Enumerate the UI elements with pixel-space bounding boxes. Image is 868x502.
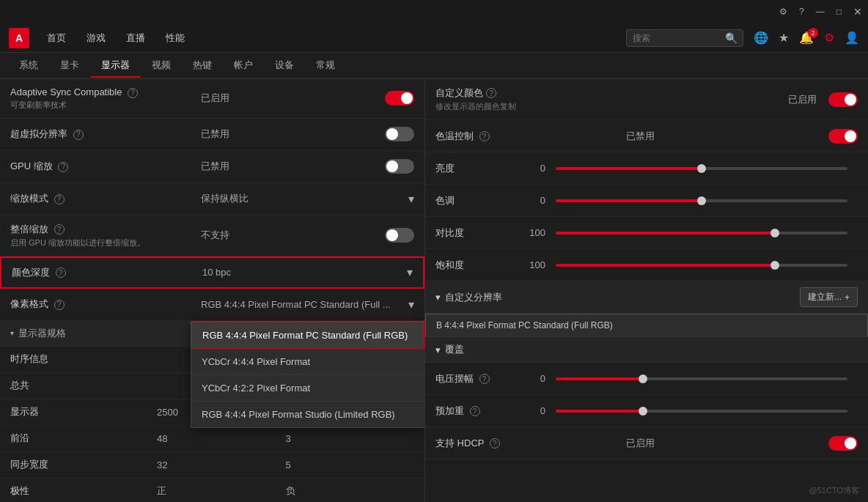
search-input[interactable] xyxy=(633,33,721,43)
nav-performance[interactable]: 性能 xyxy=(157,27,194,49)
scale-mode-help[interactable]: ? xyxy=(54,194,65,204)
color-temp-row: 色温控制 ? 已禁用 xyxy=(425,120,868,152)
pre-emphasis-track[interactable] xyxy=(556,410,847,413)
voltage-swing-fill xyxy=(556,377,643,380)
hue-row: 色调 0 xyxy=(425,185,868,217)
scale-mode-value: 保持纵横比 xyxy=(201,192,408,205)
color-depth-control: ▾ xyxy=(407,265,413,279)
contrast-value: 100 xyxy=(523,227,545,238)
integer-scale-row: 整倍缩放 ? 启用 GPU 缩放功能以进行整倍缩放。 不支持 xyxy=(0,215,424,256)
contrast-thumb[interactable] xyxy=(770,229,779,237)
super-resolution-label: 超虚拟分辨率 ? xyxy=(10,128,201,141)
integer-scale-toggle[interactable] xyxy=(385,228,414,243)
custom-color-header: 自定义颜色 ? 修改显示器的颜色复制 已启用 xyxy=(425,79,868,120)
hue-fill xyxy=(556,199,702,202)
gpu-scale-toggle[interactable] xyxy=(385,159,414,174)
custom-color-help[interactable]: ? xyxy=(486,88,496,98)
minimize-icon[interactable]: — xyxy=(816,7,825,17)
search-box[interactable]: 🔍 xyxy=(626,29,743,47)
pixel-format-value: RGB 4:4:4 Pixel Format PC Standard (Full… xyxy=(201,299,408,310)
voltage-swing-thumb[interactable] xyxy=(639,374,647,383)
overlay-chevron[interactable]: ▾ xyxy=(435,344,441,355)
custom-res-header: ▾ 自定义分辨率 建立新... + xyxy=(425,281,868,314)
bell-icon[interactable]: 🔔 2 xyxy=(799,31,814,45)
voltage-swing-track[interactable] xyxy=(556,377,847,380)
color-depth-dropdown[interactable]: ▾ xyxy=(407,265,413,279)
color-temp-help[interactable]: ? xyxy=(479,131,490,141)
hue-track[interactable] xyxy=(556,199,847,202)
globe-icon[interactable]: 🌐 xyxy=(754,31,768,45)
close-icon[interactable]: ✕ xyxy=(853,6,862,18)
integer-scale-help[interactable]: ? xyxy=(54,224,65,235)
adaptive-sync-label: Adaptive Sync Compatible ? 可变刷新率技术 xyxy=(10,86,201,111)
subnav-hotkeys[interactable]: 热键 xyxy=(183,54,222,78)
color-temp-control xyxy=(828,129,858,144)
display-spec-chevron[interactable]: ▾ xyxy=(10,329,14,337)
contrast-track[interactable] xyxy=(556,232,847,235)
custom-res-chevron[interactable]: ▾ xyxy=(435,292,441,303)
brightness-fill xyxy=(556,167,702,170)
hue-value: 0 xyxy=(523,195,545,206)
user-icon[interactable]: 👤 xyxy=(845,31,859,45)
gpu-scale-help[interactable]: ? xyxy=(58,162,68,172)
polarity-col2: 负 xyxy=(286,484,415,498)
pixel-format-option-3[interactable]: RGB 4:4:4 Pixel Format Studio (Limited R… xyxy=(191,402,424,427)
pixel-format-dropdown[interactable]: ▾ xyxy=(408,298,414,311)
super-resolution-help[interactable]: ? xyxy=(73,130,84,140)
integer-scale-value: 不支持 xyxy=(201,229,385,242)
adaptive-sync-help[interactable]: ? xyxy=(128,88,138,98)
maximize-icon[interactable]: □ xyxy=(836,7,842,17)
subnav-video[interactable]: 视频 xyxy=(141,54,181,78)
adaptive-sync-toggle[interactable] xyxy=(385,91,414,106)
hdcp-help[interactable]: ? xyxy=(490,438,500,449)
total-label: 总共 xyxy=(10,379,157,392)
subnav-account[interactable]: 帐户 xyxy=(224,54,263,78)
gear-icon[interactable]: ⚙ xyxy=(824,31,834,45)
color-depth-row: 颜色深度 ? 10 bpc ▾ xyxy=(0,256,424,289)
help-titlebar-icon[interactable]: ? xyxy=(799,7,804,17)
saturation-fill xyxy=(556,264,775,267)
subnav-system[interactable]: 系统 xyxy=(9,54,48,78)
hue-thumb[interactable] xyxy=(697,196,706,205)
pixel-format-option-0[interactable]: RGB 4:4:4 Pixel Format PC Standard (Full… xyxy=(191,322,424,349)
right-panel: 自定义颜色 ? 修改显示器的颜色复制 已启用 色温控制 ? 已禁用 亮度 0 xyxy=(425,79,868,502)
pre-emphasis-help[interactable]: ? xyxy=(470,406,480,416)
timing-label: 时序信息 xyxy=(10,352,157,366)
star-icon[interactable]: ★ xyxy=(779,31,789,45)
pre-emphasis-thumb[interactable] xyxy=(639,407,647,416)
voltage-swing-help[interactable]: ? xyxy=(479,374,490,384)
color-depth-help[interactable]: ? xyxy=(56,267,66,278)
pixel-format-option-2[interactable]: YCbCr 4:2:2 Pixel Format xyxy=(191,375,424,402)
brightness-track[interactable] xyxy=(556,167,847,170)
pixel-format-menu: RGB 4:4:4 Pixel Format PC Standard (Full… xyxy=(191,321,425,428)
color-temp-toggle[interactable] xyxy=(828,129,858,144)
saturation-track[interactable] xyxy=(556,264,847,267)
hdcp-toggle[interactable] xyxy=(828,436,858,451)
subnav-display[interactable]: 显示器 xyxy=(91,54,140,78)
voltage-swing-value: 0 xyxy=(523,373,545,384)
pixel-format-help[interactable]: ? xyxy=(54,300,65,310)
nav-games[interactable]: 游戏 xyxy=(78,27,114,49)
super-resolution-toggle[interactable] xyxy=(385,127,414,141)
saturation-thumb[interactable] xyxy=(770,261,779,270)
subnav-gpu[interactable]: 显卡 xyxy=(50,54,89,78)
brightness-label: 亮度 xyxy=(435,162,523,175)
adaptive-sync-row: Adaptive Sync Compatible ? 可变刷新率技术 已启用 xyxy=(0,79,424,119)
brightness-thumb[interactable] xyxy=(697,164,706,173)
custom-color-sub: 修改显示器的颜色复制 xyxy=(435,101,784,112)
nav-home[interactable]: 首页 xyxy=(38,27,75,49)
nav-live[interactable]: 直播 xyxy=(117,27,154,49)
custom-res-label: 自定义分辨率 xyxy=(445,291,502,304)
custom-color-toggle[interactable] xyxy=(828,92,858,107)
pre-emphasis-label: 预加重 ? xyxy=(435,405,523,418)
super-resolution-row: 超虚拟分辨率 ? 已禁用 xyxy=(0,119,424,151)
subnav-general[interactable]: 常规 xyxy=(306,54,345,78)
integer-scale-label: 整倍缩放 ? 启用 GPU 缩放功能以进行整倍缩放。 xyxy=(10,223,201,248)
build-new-button[interactable]: 建立新... + xyxy=(800,287,858,307)
subnav-device[interactable]: 设备 xyxy=(265,54,304,78)
scale-mode-dropdown[interactable]: ▾ xyxy=(408,192,414,206)
settings-titlebar-icon[interactable]: ⚙ xyxy=(779,7,787,17)
pixel-format-option-1[interactable]: YCbCr 4:4:4 Pixel Format xyxy=(191,349,424,375)
color-depth-label: 颜色深度 ? xyxy=(12,266,202,279)
notification-badge: 2 xyxy=(808,28,818,38)
